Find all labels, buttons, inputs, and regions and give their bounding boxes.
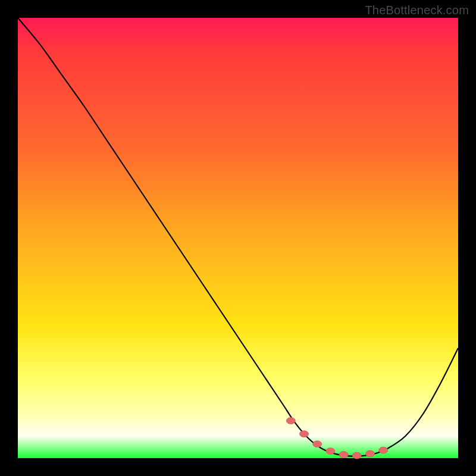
curve-marker (366, 450, 375, 457)
bottleneck-curve-line (18, 18, 458, 456)
bottleneck-curve-svg (18, 18, 458, 458)
curve-marker (300, 431, 309, 437)
curve-marker (286, 418, 295, 424)
curve-marker (313, 441, 322, 447)
curve-marker (352, 452, 361, 459)
plot-area (18, 18, 458, 458)
chart-frame: TheBottleneck.com (0, 0, 476, 476)
watermark-text: TheBottleneck.com (365, 4, 469, 17)
curve-marker (326, 448, 335, 455)
curve-marker (379, 447, 388, 453)
marker-cluster (286, 418, 387, 459)
curve-marker (339, 452, 348, 458)
